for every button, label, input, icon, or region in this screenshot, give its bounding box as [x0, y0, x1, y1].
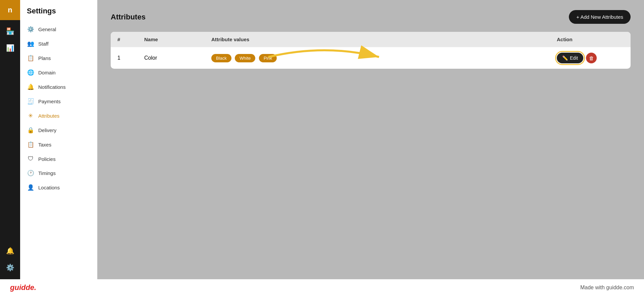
timings-icon: 🕐 [27, 170, 34, 177]
sidebar-item-domain[interactable]: 🌐 Domain [20, 65, 97, 80]
store-icon[interactable]: 🏪 [0, 23, 20, 40]
sidebar-item-label: Delivery [38, 127, 56, 133]
col-values: Attribute values [211, 37, 557, 42]
footer-text: Made with guidde.com [580, 285, 634, 291]
main-content: Attributes + Add New Attributes # Name A… [97, 0, 644, 279]
sidebar-item-label: Locations [38, 185, 60, 190]
table-header: # Name Attribute values Action [111, 32, 631, 47]
col-name: Name [144, 37, 211, 42]
guidde-logo: guidde. [10, 283, 36, 292]
icon-bar: n 🏪 📊 🔔 ⚙️ [0, 0, 20, 279]
row-values: Black White Pink [211, 54, 557, 62]
row-number: 1 [117, 55, 144, 61]
trash-icon: 🗑 [589, 55, 594, 61]
sidebar-item-label: Taxes [38, 142, 51, 147]
taxes-icon: 📋 [27, 141, 34, 148]
sidebar-item-timings[interactable]: 🕐 Timings [20, 166, 97, 180]
sidebar-item-taxes[interactable]: 📋 Taxes [20, 137, 97, 152]
sidebar-item-label: Payments [38, 99, 61, 104]
policies-icon: 🛡 [27, 156, 34, 162]
general-icon: ⚙️ [27, 26, 34, 33]
sidebar-item-notifications[interactable]: 🔔 Notifications [20, 80, 97, 94]
delete-button[interactable]: 🗑 [586, 53, 597, 63]
tag-white: White [235, 54, 255, 62]
locations-icon: 👤 [27, 184, 34, 191]
tag-black: Black [211, 54, 231, 62]
action-cell: ✏️ Edit 🗑 [557, 53, 624, 63]
chart-icon[interactable]: 📊 [0, 40, 20, 56]
sidebar-item-label: Timings [38, 170, 56, 176]
sidebar-item-plans[interactable]: 📋 Plans [20, 51, 97, 65]
sidebar-item-delivery[interactable]: 🔒 Delivery [20, 123, 97, 137]
sidebar-item-label: Policies [38, 156, 56, 162]
add-new-attributes-button[interactable]: + Add New Attributes [569, 10, 631, 24]
sidebar-item-staff[interactable]: 👥 Staff [20, 37, 97, 51]
edit-button[interactable]: ✏️ Edit [557, 53, 583, 63]
settings-title: Settings [20, 7, 97, 22]
domain-icon: 🌐 [27, 69, 34, 76]
sidebar-item-label: Notifications [38, 84, 66, 90]
delivery-icon: 🔒 [27, 127, 34, 134]
col-number: # [117, 37, 144, 42]
page-title: Attributes [111, 13, 146, 21]
sidebar-item-label: Plans [38, 55, 51, 61]
settings-icon[interactable]: ⚙️ [0, 259, 20, 276]
edit-icon: ✏️ [562, 55, 568, 61]
footer: guidde. Made with guidde.com [0, 279, 644, 296]
col-action: Action [557, 37, 624, 42]
payments-icon: 🧾 [27, 98, 34, 105]
sidebar: Settings ⚙️ General 👥 Staff 📋 Plans 🌐 Do… [20, 0, 97, 279]
sidebar-item-label: General [38, 26, 56, 32]
attributes-table: # Name Attribute values Action 1 Color B… [111, 32, 631, 69]
sidebar-item-policies[interactable]: 🛡 Policies [20, 152, 97, 166]
notifications-icon: 🔔 [27, 83, 34, 91]
sidebar-item-label: Staff [38, 41, 49, 47]
bell-icon[interactable]: 🔔 [0, 242, 20, 259]
staff-icon: 👥 [27, 40, 34, 47]
content-header: Attributes + Add New Attributes [111, 10, 631, 24]
attributes-icon: ✳ [27, 112, 34, 119]
table-row: 1 Color Black White Pink ✏️ Edit 🗑 [111, 47, 631, 69]
row-name: Color [144, 55, 211, 61]
plans-icon: 📋 [27, 55, 34, 62]
sidebar-item-payments[interactable]: 🧾 Payments [20, 94, 97, 109]
tag-pink: Pink [259, 54, 277, 62]
sidebar-item-locations[interactable]: 👤 Locations [20, 180, 97, 195]
sidebar-item-label: Domain [38, 70, 56, 75]
sidebar-item-attributes[interactable]: ✳ Attributes [20, 109, 97, 123]
app-logo[interactable]: n [0, 0, 20, 20]
sidebar-item-general[interactable]: ⚙️ General [20, 22, 97, 37]
sidebar-item-label: Attributes [38, 113, 59, 119]
